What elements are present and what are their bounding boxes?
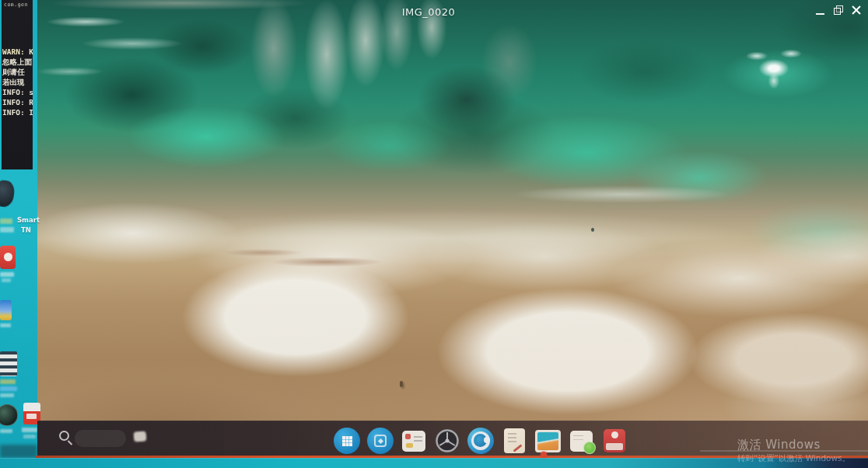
control-center-red-tile xyxy=(405,434,411,439)
desktop-icon-dark[interactable] xyxy=(0,179,16,208)
desktop-label-blur xyxy=(22,428,37,432)
terminal-line: WARN: KI xyxy=(2,47,33,57)
desktop-label-blur xyxy=(0,227,14,232)
control-center-line xyxy=(414,440,422,442)
green-badge-icon xyxy=(583,442,596,454)
window-title: IMG_0020 xyxy=(366,6,491,18)
app-store-lines xyxy=(573,435,583,437)
minimize-button[interactable] xyxy=(814,5,828,19)
dock-icon-browser[interactable] xyxy=(467,426,494,456)
dock-icon-app-store[interactable] xyxy=(568,426,594,456)
steering-wheel-icon xyxy=(435,428,460,453)
desktop-label-blur xyxy=(2,278,11,282)
desktop-label-blur xyxy=(23,435,36,438)
desktop-icon-list[interactable] xyxy=(0,351,17,376)
document-line xyxy=(508,441,516,442)
dock-icon-launcher[interactable] xyxy=(334,426,360,456)
active-app-indicator xyxy=(541,452,547,458)
control-center-line xyxy=(414,436,422,438)
document-line xyxy=(508,433,516,435)
dock-mini-icon[interactable] xyxy=(134,431,147,442)
pdf-icon-label-block xyxy=(26,414,37,419)
secondary-screen-strip: com.gen WARN: KI 忽略上面 则请任 若出现 INFO: s IN… xyxy=(0,0,37,468)
terminal-line: 若出现 xyxy=(2,77,33,87)
dock-apps xyxy=(334,426,628,456)
watermark-line1: 激活 Windows xyxy=(737,438,850,452)
desktop-icon-blue[interactable] xyxy=(0,300,12,320)
activate-windows-watermark: 激活 Windows 转到“设置”以激活 Windows。 xyxy=(737,438,850,464)
music-app-stripe xyxy=(606,443,623,450)
dock-icon-control-center[interactable] xyxy=(401,426,427,456)
app-store-icon xyxy=(570,431,593,452)
person-on-beach xyxy=(400,381,403,387)
terminal-line: INFO: R xyxy=(2,97,33,107)
terminal-line: INFO: s xyxy=(2,87,33,97)
restore-icon xyxy=(834,8,841,15)
terminal-line: 则请任 xyxy=(2,67,33,77)
terminal-window: com.gen WARN: KI 忽略上面 则请任 若出现 INFO: s IN… xyxy=(2,0,33,169)
document-red-mark xyxy=(513,444,522,452)
browser-swirl-dot xyxy=(484,437,490,443)
desktop-label-blur xyxy=(0,272,14,277)
music-app-icon xyxy=(604,429,625,452)
desktop-label-blur xyxy=(0,379,16,384)
search-icon xyxy=(59,431,69,441)
terminal-output: WARN: KI 忽略上面 则请任 若出现 INFO: s INFO: R IN… xyxy=(2,47,33,117)
dock-icon-multitasking[interactable] xyxy=(367,426,394,456)
control-center-yellow-tile xyxy=(406,443,413,448)
desktop-icon-globe[interactable] xyxy=(0,404,18,426)
launcher-icon xyxy=(334,428,360,454)
grid-icon xyxy=(342,436,345,439)
swimmer xyxy=(591,228,594,232)
dock-icon-settings-wheel[interactable] xyxy=(434,426,460,456)
music-app-dot xyxy=(611,431,618,438)
desktop-label-blur xyxy=(0,386,17,391)
search-input[interactable] xyxy=(75,430,126,447)
dock-icon-music[interactable] xyxy=(601,426,628,456)
watermark-line2: 转到“设置”以激活 Windows。 xyxy=(737,453,850,464)
desktop-label-smart: Smart xyxy=(17,216,40,224)
desktop-label-tn: TN xyxy=(21,226,31,234)
document-line xyxy=(508,437,516,438)
restore-button[interactable] xyxy=(831,3,845,17)
control-center-icon xyxy=(402,431,425,452)
search-icon-handle xyxy=(68,440,72,445)
left-strip-shadow xyxy=(0,445,37,458)
beach-photo xyxy=(37,0,868,459)
terminal-line: INFO: Ir xyxy=(2,107,33,117)
desktop-icon-red[interactable] xyxy=(0,246,16,269)
close-button[interactable] xyxy=(849,3,863,17)
window-controls xyxy=(807,0,868,23)
multitasking-icon xyxy=(367,428,394,454)
document-icon xyxy=(504,428,525,453)
browser-icon xyxy=(467,428,494,454)
desktop-label-blur xyxy=(0,429,12,433)
terminal-title: com.gen xyxy=(2,0,33,8)
screen: IMG_0020 com.gen WARN: KI 忽略上面 则请任 若出现 I… xyxy=(0,0,868,468)
desktop-label-blur xyxy=(0,323,11,327)
desktop-label-blur xyxy=(0,393,14,397)
dock-icon-text-editor[interactable] xyxy=(501,426,527,456)
dock-icon-image-viewer[interactable] xyxy=(534,426,561,456)
terminal-line: 忽略上面 xyxy=(2,57,33,67)
image-viewer-icon xyxy=(535,430,561,452)
desktop-icon-red-glyph xyxy=(4,253,12,261)
search-area[interactable] xyxy=(56,428,128,449)
minimize-icon xyxy=(816,13,824,15)
desktop-label-blur xyxy=(0,218,12,224)
image-viewer-thumbnail xyxy=(537,432,558,450)
